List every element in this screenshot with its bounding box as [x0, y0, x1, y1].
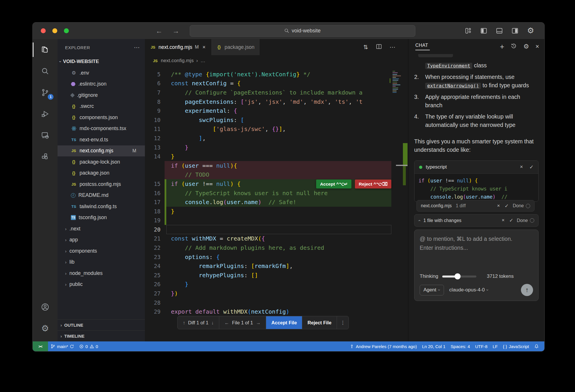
new-chat-icon[interactable]: + [500, 42, 504, 51]
folder-item-components[interactable]: ›components [58, 245, 145, 257]
js-file-icon: JS [150, 45, 156, 49]
chat-input-box[interactable]: @ to mention, ⌘L to add a selection. Ent… [414, 230, 539, 301]
more-actions-icon[interactable]: ⋯ [390, 44, 395, 51]
split-editor-icon[interactable] [376, 43, 382, 51]
file-item-readme-md[interactable]: iREADME.md [58, 190, 145, 201]
prev-file-icon[interactable]: ← [224, 320, 229, 326]
breadcrumb[interactable]: JS next.config.mjs › … [145, 55, 408, 66]
model-dropdown[interactable]: claude-opus-4-0› [449, 287, 489, 293]
file-item-package-lock-json[interactable]: {}package-lock.json [58, 156, 145, 168]
chat-tab[interactable]: CHAT [415, 43, 428, 50]
activity-item-files[interactable] [33, 39, 58, 60]
settings-gear-icon[interactable]: ⚙ [527, 27, 535, 35]
collapse-icon[interactable]: › [417, 220, 421, 221]
activity-item-extensions[interactable] [33, 146, 58, 167]
file-item-tailwind-config-ts[interactable]: TStailwind.config.ts [58, 201, 145, 212]
file-item-postcss-config-mjs[interactable]: JSpostcss.config.mjs [58, 179, 145, 190]
next-file-icon[interactable]: → [256, 320, 261, 326]
accept-all-icon[interactable]: ✓ [509, 217, 513, 223]
problems-item[interactable]: 0 0 [77, 341, 101, 351]
file-item--env[interactable]: ⚙.env [58, 67, 145, 79]
command-center-search[interactable]: void-website [190, 25, 415, 37]
timeline-section[interactable]: › TIMELINE [58, 330, 145, 341]
back-icon[interactable]: ← [156, 27, 163, 35]
reject-all-icon[interactable]: × [502, 217, 505, 223]
code-text: } [166, 152, 391, 161]
accept-file-button[interactable]: Accept File [266, 316, 302, 329]
activity-item-remote-explorer[interactable] [33, 125, 58, 146]
prev-diff-icon[interactable]: ↑ [183, 320, 185, 326]
accept-file-icon[interactable]: ✓ [505, 203, 509, 209]
encoding-item[interactable]: UTF-8 [473, 344, 490, 349]
file-item-tsconfig-json[interactable]: TStsconfig.json [58, 212, 145, 223]
file-item-next-config-mjs[interactable]: JSnext.config.mjsM [58, 145, 145, 157]
file-item--swcrc[interactable]: {}.swcrc [58, 101, 145, 112]
scrollbar-thumb[interactable] [396, 165, 408, 166]
code-editor[interactable]: 5/** @type {import('next').NextConfig} *… [145, 66, 408, 341]
toggle-secondary-sidebar-icon[interactable] [511, 27, 519, 35]
tab-package-json[interactable]: {} package.json [211, 39, 260, 55]
chevron-right-icon: › [60, 323, 62, 328]
minimap[interactable] [392, 70, 404, 153]
reject-diff-button[interactable]: Reject ^⌥⌫ [355, 180, 391, 188]
thinking-slider[interactable] [442, 275, 476, 278]
accept-diff-button[interactable]: Accept ^⌥↵ [316, 180, 351, 188]
diff-more-icon[interactable]: ⋮ [337, 316, 349, 329]
send-button[interactable]: ↑ [521, 284, 533, 296]
explorer-more-icon[interactable]: ⋯ [134, 44, 140, 51]
next-diff-icon[interactable]: ↓ [211, 320, 214, 326]
git-branch-item[interactable]: main* [48, 341, 77, 351]
workspace-root-folder[interactable]: › VOID-WEBSITE [58, 56, 145, 67]
file-item--gitignore[interactable]: .gitignore [58, 90, 145, 101]
outline-section[interactable]: › OUTLINE [58, 319, 145, 330]
cursor-position-item[interactable]: Ln 20, Col 1 [419, 344, 448, 349]
file-label: .eslintrc.json [78, 81, 106, 87]
accept-block-icon[interactable]: ✓ [529, 164, 534, 170]
files-with-changes-bar[interactable]: › 1 file with changes × ✓ Done [414, 214, 539, 227]
activity-item-account[interactable] [33, 296, 58, 318]
changed-file-row[interactable]: next.config.mjs 1 diff × ✓ Done [416, 200, 535, 212]
activity-item-source-control[interactable]: 1 [33, 82, 58, 103]
file-item-mdx-components-tsx[interactable]: mdx-components.tsx [58, 123, 145, 134]
forward-icon[interactable]: → [172, 27, 179, 35]
folder-item-public[interactable]: ›public [58, 279, 145, 290]
reject-file-button[interactable]: Reject File [302, 316, 337, 329]
close-chat-icon[interactable]: × [535, 43, 539, 50]
code-line: 29export default withMDX(nextConfig) [145, 307, 408, 316]
minimize-window-button[interactable] [52, 28, 57, 33]
folder-item-app[interactable]: ›app [58, 234, 145, 246]
close-tab-icon[interactable]: × [202, 44, 206, 50]
notifications-item[interactable] [532, 344, 541, 349]
file-item-package-json[interactable]: {}package.json [58, 168, 145, 179]
activity-item-settings-gear[interactable]: ⚙ [33, 318, 58, 339]
activity-item-search[interactable] [33, 60, 58, 82]
maximize-window-button[interactable] [64, 28, 69, 33]
language-mode-item[interactable]: { } JavaScript [500, 344, 532, 349]
activity-item-run-debug[interactable] [33, 103, 58, 125]
close-window-button[interactable] [41, 28, 46, 33]
git-blame-item[interactable]: Andrew Pareles (7 months ago) [347, 344, 419, 349]
chat-body: TypeEnvironment class2.When processing i… [408, 54, 544, 341]
folder-item--next[interactable]: ›.next [58, 223, 145, 234]
mode-dropdown[interactable]: Agent› [420, 285, 444, 295]
eol-item[interactable]: LF [490, 344, 500, 349]
toggle-primary-sidebar-icon[interactable] [480, 27, 488, 35]
file-item-components-json[interactable]: {}components.json [58, 112, 145, 123]
file-item-next-env-d-ts[interactable]: TSnext-env.d.ts [58, 134, 145, 145]
indentation-item[interactable]: Spaces: 4 [448, 344, 473, 349]
diff-nav[interactable]: ↑ Diff 1 of 1 ↓ [178, 316, 219, 329]
open-changes-icon[interactable]: ⇅ [363, 44, 368, 51]
file-item--eslintrc-json[interactable]: .eslintrc.json [58, 79, 145, 90]
remote-indicator[interactable]: >< [33, 341, 48, 351]
reject-file-icon[interactable]: × [497, 203, 500, 209]
folder-item-node-modules[interactable]: ›node_modules [58, 268, 145, 279]
file-nav[interactable]: ← File 1 of 1 → [219, 316, 266, 329]
reject-block-icon[interactable]: × [520, 164, 523, 170]
list-number: 4. [414, 112, 425, 129]
tab-next-config-mjs[interactable]: JS next.config.mjs M × [145, 39, 211, 55]
folder-item-lib[interactable]: ›lib [58, 257, 145, 268]
customize-layout-icon[interactable] [464, 27, 472, 35]
chat-settings-icon[interactable]: ⚙ [523, 43, 529, 50]
history-icon[interactable] [511, 43, 517, 50]
toggle-panel-icon[interactable] [495, 27, 503, 35]
